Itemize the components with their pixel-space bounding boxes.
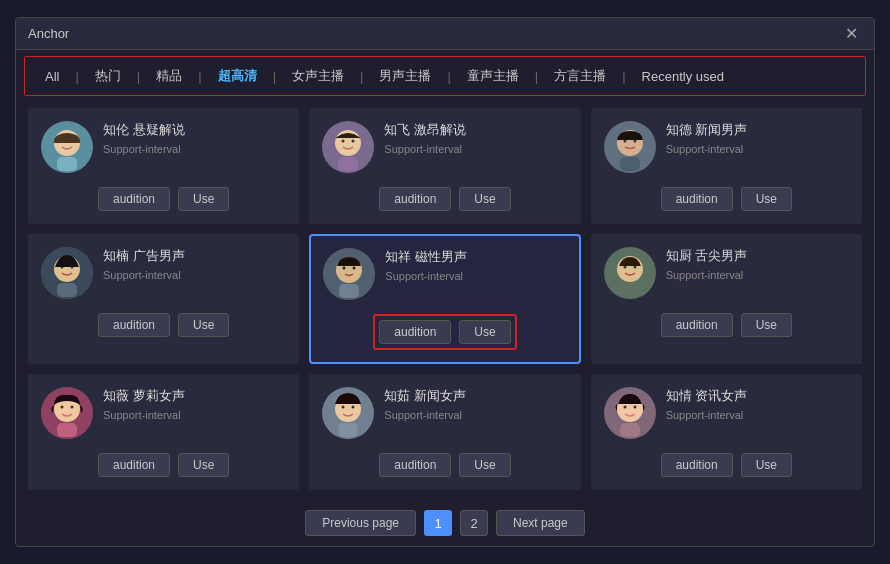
card-name: 知祥 磁性男声 [385,248,566,266]
card-subtitle: Support-interval [666,143,849,155]
audition-button[interactable]: audition [379,320,451,344]
anchor-card-card9[interactable]: 知情 资讯女声Support-intervalauditionUse [591,374,862,490]
use-button[interactable]: Use [459,320,510,344]
title-bar: Anchor ✕ [16,18,874,50]
anchor-card-card1[interactable]: 知伦 悬疑解说Support-intervalauditionUse [28,108,299,224]
anchor-card-card2[interactable]: 知飞 激昂解说Support-intervalauditionUse [309,108,580,224]
card-name: 知德 新闻男声 [666,121,849,139]
svg-rect-19 [57,283,77,297]
prev-page-button[interactable]: Previous page [305,510,416,536]
svg-rect-39 [338,423,358,437]
tab-bar-wrapper: All|热门|精品|超高清|女声主播|男声主播|童声主播|方言主播|Recent… [24,56,866,96]
tab-divider: | [620,69,627,84]
card-info: 知楠 广告男声Support-interval [103,247,286,281]
tab-bar: All|热门|精品|超高清|女声主播|男声主播|童声主播|方言主播|Recent… [25,57,865,95]
page-2-button[interactable]: 2 [460,510,488,536]
svg-rect-4 [57,157,77,171]
use-button[interactable]: Use [178,313,229,337]
anchor-dialog: Anchor ✕ All|热门|精品|超高清|女声主播|男声主播|童声主播|方言… [15,17,875,547]
card-actions: auditionUse [604,313,849,337]
svg-point-33 [71,406,74,409]
card-actions: auditionUse [604,187,849,211]
content-area: 知伦 悬疑解说Support-intervalauditionUse 知飞 激昂… [16,100,874,498]
use-button[interactable]: Use [178,187,229,211]
tab-divider: | [445,69,452,84]
tab-recent[interactable]: Recently used [632,65,734,88]
avatar [323,248,375,300]
next-page-button[interactable]: Next page [496,510,585,536]
use-button[interactable]: Use [459,187,510,211]
svg-rect-24 [339,284,359,298]
tab-female[interactable]: 女声主播 [282,63,354,89]
card-top: 知德 新闻男声Support-interval [604,121,849,173]
card-top: 知祥 磁性男声Support-interval [323,248,566,300]
card-subtitle: Support-interval [666,269,849,281]
svg-point-42 [623,406,626,409]
audition-button[interactable]: audition [98,453,170,477]
card-subtitle: Support-interval [103,143,286,155]
tab-divider: | [533,69,540,84]
tab-uhd[interactable]: 超高清 [208,63,267,89]
card-name: 知飞 激昂解说 [384,121,567,139]
avatar [41,387,93,439]
svg-point-37 [342,406,345,409]
audition-button[interactable]: audition [98,313,170,337]
card-top: 知茹 新闻女声Support-interval [322,387,567,439]
svg-point-8 [352,140,355,143]
anchor-card-card6[interactable]: 知厨 舌尖男声Support-intervalauditionUse [591,234,862,364]
avatar [41,121,93,173]
close-button[interactable]: ✕ [841,24,862,44]
anchor-card-card7[interactable]: 知薇 萝莉女声Support-intervalauditionUse [28,374,299,490]
svg-point-7 [342,140,345,143]
card-name: 知伦 悬疑解说 [103,121,286,139]
avatar [604,387,656,439]
avatar [322,387,374,439]
audition-button[interactable]: audition [661,313,733,337]
audition-button[interactable]: audition [661,187,733,211]
anchor-card-card5[interactable]: 知祥 磁性男声Support-intervalauditionUse [309,234,580,364]
pagination: Previous page12Next page [16,498,874,544]
svg-rect-44 [620,423,640,437]
audition-button[interactable]: audition [98,187,170,211]
card-top: 知楠 广告男声Support-interval [41,247,286,299]
audition-button[interactable]: audition [379,453,451,477]
avatar [604,121,656,173]
avatar [322,121,374,173]
card-actions: auditionUse [604,453,849,477]
audition-button[interactable]: audition [661,453,733,477]
card-name: 知情 资讯女声 [666,387,849,405]
svg-rect-9 [338,157,358,171]
card-subtitle: Support-interval [666,409,849,421]
card-info: 知伦 悬疑解说Support-interval [103,121,286,155]
tab-child[interactable]: 童声主播 [457,63,529,89]
page-1-button[interactable]: 1 [424,510,452,536]
dialog-title: Anchor [28,26,69,41]
card-info: 知茹 新闻女声Support-interval [384,387,567,421]
use-button[interactable]: Use [741,187,792,211]
svg-rect-29 [620,283,640,297]
card-actions: auditionUse [41,453,286,477]
use-button[interactable]: Use [741,313,792,337]
tab-all[interactable]: All [35,65,69,88]
tab-dialect[interactable]: 方言主播 [544,63,616,89]
svg-rect-34 [57,423,77,437]
card-actions: auditionUse [41,187,286,211]
anchor-card-card8[interactable]: 知茹 新闻女声Support-intervalauditionUse [309,374,580,490]
card-info: 知德 新闻男声Support-interval [666,121,849,155]
use-button[interactable]: Use [178,453,229,477]
anchor-card-card4[interactable]: 知楠 广告男声Support-intervalauditionUse [28,234,299,364]
svg-point-22 [343,267,346,270]
svg-point-23 [353,267,356,270]
card-top: 知薇 萝莉女声Support-interval [41,387,286,439]
use-button[interactable]: Use [741,453,792,477]
card-subtitle: Support-interval [385,270,566,282]
tab-hot[interactable]: 热门 [85,63,131,89]
tab-male[interactable]: 男声主播 [369,63,441,89]
tab-quality[interactable]: 精品 [146,63,192,89]
audition-button[interactable]: audition [379,187,451,211]
anchor-grid: 知伦 悬疑解说Support-intervalauditionUse 知飞 激昂… [28,108,862,490]
card-subtitle: Support-interval [103,409,286,421]
anchor-card-card3[interactable]: 知德 新闻男声Support-intervalauditionUse [591,108,862,224]
use-button[interactable]: Use [459,453,510,477]
card-name: 知薇 萝莉女声 [103,387,286,405]
